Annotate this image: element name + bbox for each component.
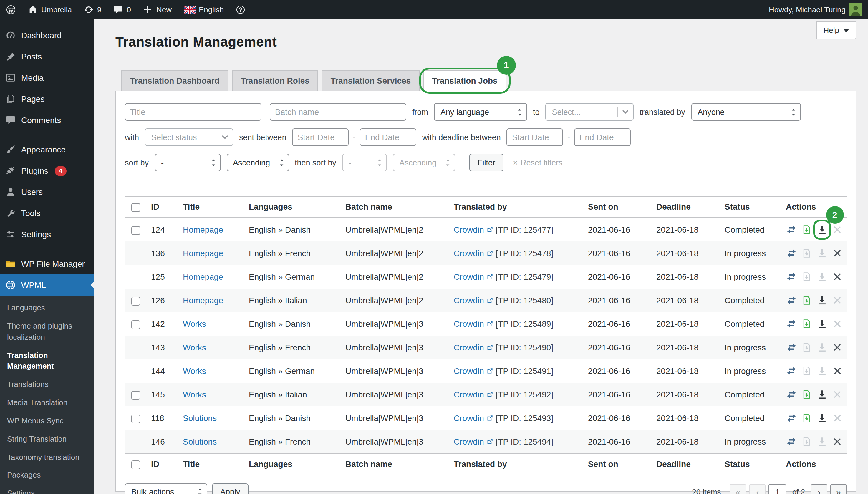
swap-icon[interactable] bbox=[786, 295, 796, 306]
new-content-menu[interactable]: New bbox=[137, 0, 177, 19]
submenu-item-translations[interactable]: Translations bbox=[0, 376, 94, 394]
status-select[interactable]: Select status bbox=[145, 128, 233, 146]
download-icon[interactable] bbox=[816, 319, 827, 329]
job-title-link[interactable]: Homepage bbox=[183, 225, 223, 234]
sidebar-item-comments[interactable]: Comments bbox=[0, 110, 94, 131]
sort-direction-select[interactable]: Ascending bbox=[226, 154, 289, 171]
bulk-actions-select[interactable]: Bulk actions bbox=[125, 483, 207, 494]
translator-link[interactable]: Crowdin bbox=[454, 296, 484, 305]
xliff-icon[interactable] bbox=[801, 366, 812, 376]
swap-icon[interactable] bbox=[786, 413, 796, 423]
cancel-icon[interactable] bbox=[832, 389, 843, 400]
row-checkbox[interactable] bbox=[131, 226, 140, 235]
xliff-icon[interactable] bbox=[801, 224, 812, 235]
swap-icon[interactable] bbox=[786, 319, 796, 329]
xliff-icon[interactable] bbox=[801, 389, 812, 400]
sidebar-item-tools[interactable]: Tools bbox=[0, 203, 94, 224]
sidebar-item-dashboard[interactable]: Dashboard bbox=[0, 25, 94, 46]
current-page-input[interactable] bbox=[769, 484, 787, 494]
site-name-menu[interactable]: Umbrella bbox=[22, 0, 78, 19]
to-language-select[interactable]: Select... bbox=[546, 103, 634, 121]
row-checkbox[interactable] bbox=[131, 297, 140, 305]
job-title-link[interactable]: Solutions bbox=[183, 413, 217, 423]
translated-by-select[interactable]: Anyone bbox=[691, 103, 800, 121]
sidebar-item-plugins[interactable]: Plugins4 bbox=[0, 160, 94, 182]
sidebar-item-settings[interactable]: Settings bbox=[0, 224, 94, 245]
translator-link[interactable]: Crowdin bbox=[454, 248, 484, 258]
filter-button[interactable]: Filter bbox=[469, 154, 504, 171]
sidebar-item-posts[interactable]: Posts bbox=[0, 46, 94, 67]
swap-icon[interactable] bbox=[786, 342, 796, 353]
translator-link[interactable]: Crowdin bbox=[454, 319, 484, 328]
sidebar-item-wp-file-manager[interactable]: WP File Manager bbox=[0, 253, 94, 274]
submenu-item-languages[interactable]: Languages bbox=[0, 299, 94, 317]
download-icon[interactable] bbox=[816, 248, 827, 259]
then-sort-direction-select[interactable]: Ascending bbox=[393, 154, 455, 171]
cancel-icon[interactable] bbox=[832, 342, 843, 353]
cancel-icon[interactable] bbox=[832, 319, 843, 329]
translator-link[interactable]: Crowdin bbox=[454, 225, 484, 234]
last-page-button[interactable]: » bbox=[830, 484, 847, 494]
then-sort-by-select[interactable]: - bbox=[342, 154, 387, 171]
swap-icon[interactable] bbox=[786, 389, 796, 400]
translator-link[interactable]: Crowdin bbox=[454, 366, 484, 376]
tab-translation-roles[interactable]: Translation Roles bbox=[232, 70, 318, 91]
cancel-icon[interactable] bbox=[832, 366, 843, 376]
job-title-link[interactable]: Homepage bbox=[183, 296, 223, 305]
row-checkbox[interactable] bbox=[131, 320, 140, 329]
comments-menu[interactable]: 0 bbox=[108, 0, 137, 19]
xliff-icon[interactable] bbox=[801, 413, 812, 423]
swap-icon[interactable] bbox=[786, 271, 796, 282]
tab-translation-dashboard[interactable]: Translation Dashboard bbox=[121, 70, 228, 91]
next-page-button[interactable]: › bbox=[811, 484, 827, 494]
select-all-checkbox-footer[interactable] bbox=[131, 460, 140, 469]
submenu-item-string-translation[interactable]: String Translation bbox=[0, 431, 94, 449]
xliff-icon[interactable] bbox=[801, 271, 812, 282]
sort-by-select[interactable]: - bbox=[155, 154, 221, 171]
account-menu[interactable]: Howdy, Michael Turing bbox=[763, 0, 868, 19]
language-switcher[interactable]: English bbox=[177, 0, 230, 19]
job-title-link[interactable]: Solutions bbox=[183, 437, 217, 446]
submenu-item-media-translation[interactable]: Media Translation bbox=[0, 394, 94, 412]
xliff-icon[interactable] bbox=[801, 295, 812, 306]
xliff-icon[interactable] bbox=[801, 342, 812, 353]
submenu-item-wp-menus-sync[interactable]: WP Menus Sync bbox=[0, 412, 94, 431]
first-page-button[interactable]: « bbox=[730, 484, 747, 494]
sidebar-item-appearance[interactable]: Appearance bbox=[0, 139, 94, 160]
swap-icon[interactable] bbox=[786, 248, 796, 259]
cancel-icon[interactable] bbox=[832, 436, 843, 447]
xliff-icon[interactable] bbox=[801, 436, 812, 447]
cancel-icon[interactable] bbox=[832, 224, 843, 235]
translator-link[interactable]: Crowdin bbox=[454, 437, 484, 446]
cancel-icon[interactable] bbox=[832, 248, 843, 259]
tab-translation-services[interactable]: Translation Services bbox=[322, 70, 419, 91]
title-filter-input[interactable] bbox=[125, 103, 262, 121]
deadline-start-date-input[interactable] bbox=[507, 128, 563, 146]
deadline-end-date-input[interactable] bbox=[574, 128, 631, 146]
reset-filters-link[interactable]: × Reset filters bbox=[513, 158, 562, 167]
submenu-item-settings[interactable]: Settings bbox=[0, 485, 94, 494]
translator-link[interactable]: Crowdin bbox=[454, 413, 484, 423]
wpml-help-menu[interactable] bbox=[230, 0, 251, 19]
download-icon[interactable] bbox=[816, 295, 827, 306]
row-checkbox[interactable] bbox=[131, 391, 140, 399]
download-icon[interactable] bbox=[816, 271, 827, 282]
swap-icon[interactable] bbox=[786, 224, 796, 235]
submenu-item-packages[interactable]: Packages bbox=[0, 467, 94, 485]
job-title-link[interactable]: Homepage bbox=[183, 272, 223, 282]
download-icon[interactable] bbox=[816, 366, 827, 376]
swap-icon[interactable] bbox=[786, 366, 796, 376]
sidebar-item-wpml[interactable]: WPML bbox=[0, 274, 94, 296]
job-title-link[interactable]: Works bbox=[183, 366, 206, 376]
sent-start-date-input[interactable] bbox=[293, 128, 349, 146]
wordpress-logo-menu[interactable] bbox=[0, 0, 22, 19]
batch-name-filter-input[interactable] bbox=[270, 103, 406, 121]
download-icon[interactable] bbox=[816, 436, 827, 447]
download-icon[interactable] bbox=[816, 389, 827, 400]
sidebar-item-users[interactable]: Users bbox=[0, 182, 94, 203]
job-title-link[interactable]: Works bbox=[183, 319, 206, 328]
submenu-item-theme-and-plugins-localization[interactable]: Theme and plugins localization bbox=[0, 317, 94, 346]
xliff-icon[interactable] bbox=[801, 248, 812, 259]
swap-icon[interactable] bbox=[786, 436, 796, 447]
download-icon[interactable] bbox=[816, 342, 827, 353]
